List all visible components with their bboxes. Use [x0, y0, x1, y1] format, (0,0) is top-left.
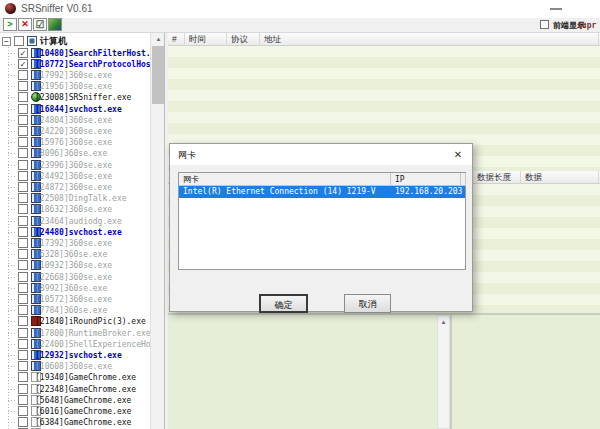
app-icon [5, 3, 16, 14]
process-checkbox[interactable] [18, 249, 28, 259]
packet-list-header: #时间协议地址 [168, 33, 600, 46]
process-label: [15976]360se.exe [35, 137, 151, 148]
data-column-header[interactable]: 数据 [521, 171, 599, 184]
cancel-button[interactable]: 取消 [344, 294, 391, 313]
minimize-button[interactable] [550, 8, 562, 10]
tree-connector-stub [8, 422, 16, 423]
process-label: [23996]360se.exe [35, 160, 151, 171]
process-label: [24480]svchost.exe [35, 227, 151, 238]
process-label: [24220]360se.exe [35, 126, 151, 137]
tree-connector-stub [8, 109, 16, 110]
process-checkbox[interactable] [18, 81, 28, 91]
dialog-close-icon[interactable]: ✕ [451, 148, 465, 162]
process-checkbox[interactable] [18, 260, 28, 270]
tree-connector-stub [8, 86, 16, 87]
process-label: [23008]SRSniffer.exe [35, 92, 151, 103]
collapse-icon[interactable]: − [2, 37, 11, 46]
process-checkbox[interactable]: ✓ [18, 48, 28, 58]
front-display-checkbox[interactable] [540, 20, 549, 29]
process-label: [24492]360se.exe [35, 171, 151, 182]
ok-button[interactable]: 确定 [259, 294, 308, 313]
process-label: [18632]360se.exe [35, 204, 151, 215]
tree-connector-stub [8, 366, 16, 367]
packet-column-header[interactable]: 地址 [260, 33, 599, 46]
tree-connector-stub [8, 288, 16, 289]
tree-connector-stub [8, 277, 16, 278]
process-checkbox[interactable] [18, 92, 28, 102]
process-checkbox[interactable] [18, 294, 28, 304]
process-checkbox[interactable] [18, 126, 28, 136]
tree-connector-stub [8, 400, 16, 401]
process-label: [7784]360se.exe [35, 305, 151, 316]
detail-pane-left[interactable] [168, 315, 437, 429]
process-checkbox[interactable] [18, 406, 28, 416]
adapter-table: 网卡 IP Intel(R) Ethernet Connection (14) … [178, 172, 466, 270]
tree-connector-stub [8, 321, 16, 322]
process-checkbox[interactable] [18, 283, 28, 293]
scroll-up-icon[interactable]: ▲ [151, 33, 165, 45]
tree-connector-stub [8, 232, 16, 233]
process-checkbox[interactable] [18, 137, 28, 147]
tree-root-checkbox[interactable] [14, 36, 24, 46]
stop-capture-button[interactable]: ✕ [18, 18, 32, 31]
options-button[interactable]: ☑ [33, 18, 47, 31]
process-checkbox[interactable] [18, 104, 28, 114]
process-label: [24804]360se.exe [35, 115, 151, 126]
ip-column-header[interactable]: IP [391, 173, 461, 186]
process-checkbox[interactable] [18, 160, 28, 170]
process-checkbox[interactable] [18, 115, 28, 125]
tree-connector-stub [8, 243, 16, 244]
process-checkbox[interactable] [18, 216, 28, 226]
tree-scrollbar-thumb[interactable] [152, 46, 165, 104]
process-label: [5648]GameChrome.exe [35, 395, 151, 406]
adapter-select-button[interactable] [48, 18, 62, 31]
process-checkbox[interactable] [18, 238, 28, 248]
packet-column-header[interactable]: 时间 [185, 33, 227, 46]
tree-connector-stub [8, 344, 16, 345]
process-checkbox[interactable] [18, 361, 28, 371]
tree-connector-stub [8, 389, 16, 390]
packet-column-header[interactable]: # [168, 33, 185, 46]
tree-connector-stub [8, 120, 16, 121]
process-checkbox[interactable] [18, 384, 28, 394]
dialog-title: 网卡 [178, 149, 196, 162]
tree-connector-stub [8, 355, 16, 356]
process-checkbox[interactable] [18, 182, 28, 192]
adapter-name-cell: Intel(R) Ethernet Connection (14) I219-V [179, 186, 391, 198]
tree-connector-stub [8, 221, 16, 222]
process-checkbox[interactable] [18, 339, 28, 349]
packet-column-header[interactable]: 协议 [227, 33, 260, 46]
process-checkbox[interactable]: ✓ [18, 59, 28, 69]
adapter-row[interactable]: Intel(R) Ethernet Connection (14) I219-V… [179, 186, 465, 198]
process-checkbox[interactable] [18, 70, 28, 80]
adapter-column-header[interactable]: 网卡 [179, 173, 391, 186]
process-checkbox[interactable] [18, 171, 28, 181]
start-capture-button[interactable]: > [3, 18, 17, 31]
process-checkbox[interactable] [18, 227, 28, 237]
process-label: [8096]360se.exe [35, 148, 151, 159]
process-checkbox[interactable] [18, 305, 28, 315]
data-column-header[interactable]: 数据长度 [473, 171, 521, 184]
tree-connector-stub [8, 176, 16, 177]
tree-connector-stub [8, 187, 16, 188]
tree-scrollbar[interactable]: ▲ [150, 33, 165, 429]
detail-pane-scrollbar[interactable]: ▲ [437, 315, 450, 429]
process-checkbox[interactable] [18, 350, 28, 360]
process-checkbox[interactable] [18, 272, 28, 282]
process-checkbox[interactable] [18, 316, 28, 326]
process-label: [22400]ShellExperienceHost.exe [35, 339, 151, 350]
tree-connector-stub [8, 53, 16, 54]
process-checkbox[interactable] [18, 395, 28, 405]
process-checkbox[interactable] [18, 148, 28, 158]
process-checkbox[interactable] [18, 193, 28, 203]
process-checkbox[interactable] [18, 417, 28, 427]
process-label: [19340]GameChrome.exe [35, 372, 151, 383]
detail-pane-right[interactable] [452, 315, 600, 429]
scroll-up-icon[interactable]: ▲ [438, 316, 449, 328]
process-checkbox[interactable] [18, 204, 28, 214]
process-label: [17800]RuntimeBroker.exe [35, 328, 151, 339]
process-label: [6384]GameChrome.exe [35, 417, 151, 428]
tree-connector-stub [8, 265, 16, 266]
process-checkbox[interactable] [18, 372, 28, 382]
process-checkbox[interactable] [18, 328, 28, 338]
